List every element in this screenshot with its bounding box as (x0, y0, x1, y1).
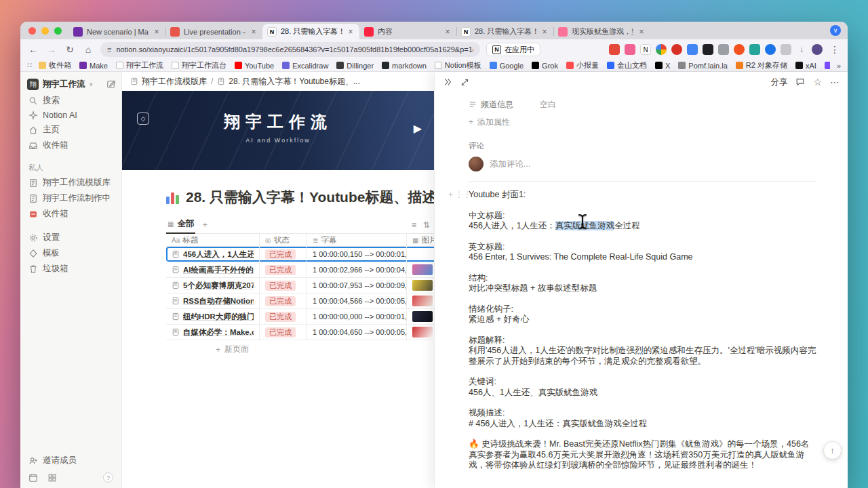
table-row[interactable]: 5个必知赛博朋克2077结局： 已完成 1 00:00:07,953 --> 0… (166, 278, 434, 293)
status-badge[interactable]: 已完成 (265, 281, 296, 291)
bookmark-item[interactable]: 金山文档 (607, 60, 647, 70)
compose-icon[interactable] (106, 79, 116, 91)
bookmark-item[interactable]: 翔宇工作流 (116, 60, 163, 70)
tab-close-icon[interactable]: × (443, 27, 452, 37)
sidebar-item-trash[interactable]: 垃圾箱 (24, 261, 117, 277)
content-block[interactable]: 456人进入，1人生还：真实版鱿鱼游戏全过程 (469, 221, 817, 232)
extension-icon[interactable] (656, 44, 667, 55)
sidebar-item-in-progress[interactable]: 翔宇工作流制作中 (24, 190, 117, 206)
bookmark-item[interactable]: xAI (795, 62, 816, 70)
address-bar[interactable]: ≡ notion.so/xiaoyuzaici/1c5017a905fd80a1… (100, 42, 480, 57)
content-block[interactable]: 紧迫感 + 好奇心 (469, 314, 817, 325)
content-block[interactable]: 利用'456人进入，1人生还'的数字对比制造强烈的紧迫感和生存压力。'全过程'暗… (469, 346, 817, 367)
browser-tab[interactable]: Live presentation — Excal... × (165, 24, 262, 39)
sidebar-item-home[interactable]: 主页 (24, 122, 117, 138)
bookmark-item[interactable]: Dillinger (336, 62, 374, 70)
bookmark-item[interactable]: X (655, 62, 670, 70)
breadcrumb-item[interactable]: 28. 只需输入字幕！Youtube标题、... (217, 76, 360, 87)
content-block[interactable]: 英文标题: (469, 242, 817, 253)
column-header-title[interactable]: Aa标题 (166, 234, 260, 246)
page-cover[interactable]: ◇ 翔宇工作流 AI and Workflow ▶ (122, 91, 434, 170)
add-view-icon[interactable]: + (202, 220, 207, 230)
page-more-icon[interactable]: ⋯ (830, 77, 840, 87)
bookmark-item[interactable]: Notion模板 (435, 60, 481, 70)
bookmark-item[interactable]: Arya (825, 62, 830, 70)
workspace-switcher[interactable]: 翔 翔宇工作流 ∨ (24, 76, 117, 93)
apps-grid-icon[interactable]: ∷ (27, 61, 32, 70)
extension-icon[interactable] (609, 44, 620, 55)
bookmark-item[interactable]: Grok (532, 62, 558, 70)
extension-icon[interactable] (718, 44, 729, 55)
drag-handle-icon[interactable]: ⋮⋮ (455, 190, 471, 201)
content-block[interactable]: 视频描述: (469, 408, 817, 419)
view-tab-all[interactable]: ▦ 全部 (166, 216, 195, 234)
content-block[interactable]: +⋮⋮ Youtube 封面1: (469, 190, 817, 201)
comment-input-row[interactable]: 添加评论... (469, 157, 817, 171)
table-row[interactable]: 自媒体必学：Make.com打造 已完成 1 00:00:04,650 --> … (166, 325, 434, 340)
browser-tab[interactable]: 内容 × (359, 24, 456, 39)
site-info-icon[interactable]: ≡ (107, 45, 111, 54)
tab-close-icon[interactable]: × (637, 27, 646, 37)
extension-icon[interactable] (687, 44, 698, 55)
bookmark-item[interactable]: Make (79, 62, 108, 70)
content-block[interactable]: 对比冲突型标题 + 故事叙述型标题 (469, 283, 817, 294)
close-window-button[interactable] (28, 27, 36, 35)
forward-icon[interactable]: → (45, 44, 58, 55)
zoom-window-button[interactable] (54, 27, 62, 35)
browser-tab[interactable]: 现实版鱿鱼游戏，坚持到最后面... × (553, 24, 650, 39)
extension-icon[interactable] (749, 44, 760, 55)
bookmark-item[interactable]: 小报童 (566, 60, 599, 70)
row-thumbnail[interactable] (412, 296, 433, 306)
status-badge[interactable]: 已完成 (265, 249, 296, 260)
bookmark-item[interactable]: Pomf.lain.la (678, 62, 727, 70)
filter-icon[interactable]: ≡ (412, 220, 416, 230)
tab-search-button[interactable]: ∨ (830, 25, 841, 36)
extension-icon[interactable]: ↓ (796, 44, 807, 55)
browser-tab[interactable]: New scenario | Make × (68, 24, 165, 39)
help-icon[interactable]: ? (103, 472, 113, 483)
browser-menu-icon[interactable]: ⋮ (829, 44, 841, 55)
sidebar-item-inbox[interactable]: 收件箱 (24, 138, 117, 153)
minimize-window-button[interactable] (41, 27, 49, 35)
favorite-star-icon[interactable]: ☆ (813, 77, 822, 87)
column-header-image[interactable]: ▦图片 (407, 234, 434, 246)
new-page-button[interactable]: + 新页面 (210, 340, 434, 359)
content-block[interactable]: 中文标题: (469, 211, 817, 222)
table-row[interactable]: RSS自动存储Notion完整教程 已完成 1 00:00:04,566 -->… (166, 293, 434, 309)
content-block[interactable]: 标题解释: (469, 336, 817, 346)
content-block[interactable]: # 456人进入，1人生还：真实版鱿鱼游戏全过程 (469, 419, 817, 430)
page-content[interactable]: +⋮⋮ Youtube 封面1: 中文标题: 456人进入，1人生还：真实版鱿鱼… (469, 190, 817, 471)
extension-icon[interactable] (812, 44, 823, 55)
table-row[interactable]: AI绘画高手不外传的ComfyUI 已完成 1 00:00:02,966 -->… (166, 262, 434, 278)
column-header-status[interactable]: ◎状态 (260, 234, 307, 246)
tab-close-icon[interactable]: × (540, 27, 549, 37)
bookmarks-overflow-icon[interactable]: » (837, 62, 841, 70)
row-thumbnail[interactable] (412, 280, 433, 291)
bookmark-item[interactable]: R2 对象存储 (736, 60, 787, 70)
status-badge[interactable]: 已完成 (265, 296, 296, 306)
browser-tab[interactable]: N 28. 只需输入字幕！Youtube标... × (262, 24, 359, 39)
bookmark-item[interactable]: markdown (382, 62, 427, 70)
breadcrumb-item[interactable]: 翔宇工作流模版库 (130, 76, 207, 87)
tab-close-icon[interactable]: × (153, 27, 161, 37)
extension-icon[interactable] (625, 44, 635, 55)
bookmark-item[interactable]: YouTube (235, 62, 274, 70)
content-block[interactable]: 456人、1人生还、真实版鱿鱼游戏 (469, 388, 817, 399)
add-property-button[interactable]: + 添加属性 (469, 114, 817, 130)
home-icon[interactable]: ⌂ (82, 44, 94, 55)
sidebar-item-template-library[interactable]: 翔宇工作流模版库 (24, 175, 117, 190)
extension-icon[interactable]: N (640, 44, 651, 55)
extension-icon[interactable] (765, 44, 776, 55)
row-thumbnail[interactable] (412, 327, 433, 338)
close-peek-icon[interactable] (443, 77, 452, 87)
sidebar-item-templates[interactable]: 模板 (24, 245, 117, 261)
sidebar-item-search[interactable]: 搜索 (24, 93, 117, 108)
extension-icon[interactable] (671, 44, 682, 55)
sidebar-item-settings[interactable]: 设置 (24, 230, 117, 245)
expand-icon[interactable] (460, 78, 469, 87)
apps-icon[interactable] (47, 473, 57, 483)
row-thumbnail[interactable] (412, 264, 433, 275)
content-block[interactable]: 🔥 史诗级挑战来袭！Mr. Beast完美还原Netflix热门剧集《鱿鱼游戏》… (469, 439, 817, 471)
invite-members-button[interactable]: 邀请成员 (24, 453, 117, 468)
sidebar-item-inbox-private[interactable]: 收件箱 (24, 206, 117, 222)
